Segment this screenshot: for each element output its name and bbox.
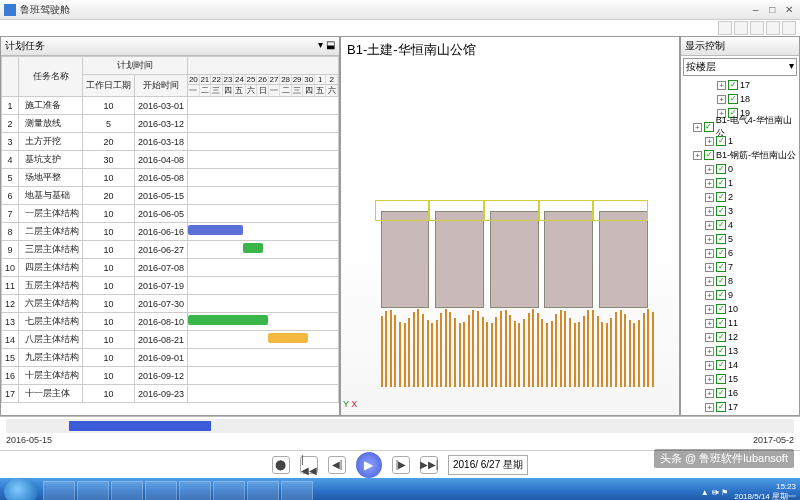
time-scrubber[interactable]: [6, 419, 794, 433]
start-button[interactable]: [4, 478, 38, 500]
task-item[interactable]: [145, 481, 177, 500]
timeline-start: 2016-05-15: [6, 435, 52, 445]
tool-icon[interactable]: [782, 21, 796, 35]
tool-icon[interactable]: [750, 21, 764, 35]
tree-node[interactable]: +✓14: [683, 358, 799, 372]
task-item[interactable]: [213, 481, 245, 500]
tool-icon[interactable]: [766, 21, 780, 35]
viewport-panel: B1-土建-华恒南山公馆 Y X: [340, 36, 680, 416]
close-button[interactable]: ✕: [782, 4, 796, 16]
table-row[interactable]: 9三层主体结构102016-06-27: [2, 241, 339, 259]
table-row[interactable]: 17十一层主体102016-09-23: [2, 385, 339, 403]
tool-icon[interactable]: [734, 21, 748, 35]
table-row[interactable]: 8二层主体结构102016-06-16: [2, 223, 339, 241]
tree-node[interactable]: +✓13: [683, 344, 799, 358]
tree-node[interactable]: +✓9: [683, 288, 799, 302]
tree-node[interactable]: +✓B1-电气4-华恒南山公: [683, 120, 799, 134]
maximize-button[interactable]: □: [765, 4, 779, 16]
table-row[interactable]: 12六层主体结构102016-07-30: [2, 295, 339, 313]
col-name[interactable]: 任务名称: [19, 57, 83, 97]
visibility-panel: 显示控制 按楼层▾ +✓17+✓18+✓19+✓B1-电气4-华恒南山公+✓1+…: [680, 36, 800, 416]
col-days[interactable]: 工作日工期: [83, 75, 135, 97]
tree-node[interactable]: +✓16: [683, 386, 799, 400]
floor-combo[interactable]: 按楼层▾: [683, 58, 797, 76]
next-button[interactable]: ▶▶|: [420, 456, 438, 474]
tree-node[interactable]: +✓2: [683, 190, 799, 204]
table-row[interactable]: 3土方开挖202016-03-18: [2, 133, 339, 151]
visibility-title: 显示控制: [685, 39, 725, 53]
tree-node[interactable]: +✓7: [683, 260, 799, 274]
tree-node[interactable]: +✓11: [683, 316, 799, 330]
table-row[interactable]: 5场地平整102016-05-08: [2, 169, 339, 187]
table-row[interactable]: 4基坑支护302016-04-08: [2, 151, 339, 169]
table-row[interactable]: 16十层主体结构102016-09-12: [2, 367, 339, 385]
table-row[interactable]: 1施工准备102016-03-01: [2, 97, 339, 115]
step-fwd-button[interactable]: |▶: [392, 456, 410, 474]
tasks-table[interactable]: 任务名称计划时间 工作日工期开始时间2021222324252627282930…: [1, 56, 339, 415]
table-row[interactable]: 6地基与基础202016-05-15: [2, 187, 339, 205]
task-item[interactable]: [77, 481, 109, 500]
tree-node[interactable]: +✓12: [683, 330, 799, 344]
tree-node[interactable]: +✓6: [683, 246, 799, 260]
tree-node[interactable]: +✓B1-钢筋-华恒南山公: [683, 148, 799, 162]
system-tray[interactable]: ▲ 🕪 ⚑15:232018/5/14 星期一: [701, 482, 800, 500]
chevron-down-icon: ▾: [789, 60, 794, 74]
tasks-panel: 计划任务▾ ⬓ 任务名称计划时间 工作日工期开始时间20212223242526…: [0, 36, 340, 416]
timeline-end: 2017-05-2: [753, 435, 794, 445]
play-button[interactable]: ▶: [356, 452, 382, 478]
tasks-title: 计划任务: [5, 39, 45, 53]
col-group: 计划时间: [83, 57, 188, 75]
table-row[interactable]: 7一层主体结构102016-06-05: [2, 205, 339, 223]
tree-node[interactable]: +✓10: [683, 302, 799, 316]
tree-node[interactable]: +✓8: [683, 274, 799, 288]
tree-node[interactable]: +✓17: [683, 400, 799, 414]
tree-node[interactable]: +✓5: [683, 232, 799, 246]
tree-node[interactable]: +✓18: [683, 414, 799, 415]
table-row[interactable]: 14八层主体结构102016-08-21: [2, 331, 339, 349]
app-icon: [4, 4, 16, 16]
tree-node[interactable]: +✓15: [683, 372, 799, 386]
task-item[interactable]: [43, 481, 75, 500]
watermark: 头条 @ 鲁班软件lubansoft: [654, 449, 794, 468]
table-row[interactable]: 15九层主体结构102016-09-01: [2, 349, 339, 367]
tree-node[interactable]: +✓3: [683, 204, 799, 218]
table-row[interactable]: 2测量放线52016-03-12: [2, 115, 339, 133]
3d-viewport[interactable]: Y X: [341, 63, 679, 415]
step-back-button[interactable]: ◀|: [328, 456, 346, 474]
taskbar[interactable]: ▲ 🕪 ⚑15:232018/5/14 星期一: [0, 478, 800, 500]
tree-node[interactable]: +✓1: [683, 176, 799, 190]
table-row[interactable]: 10四层主体结构102016-07-08: [2, 259, 339, 277]
minimize-button[interactable]: –: [748, 4, 762, 16]
toolbar: [0, 20, 800, 36]
model-title: B1-土建-华恒南山公馆: [341, 37, 679, 63]
task-item[interactable]: [247, 481, 279, 500]
current-date[interactable]: 2016/ 6/27 星期: [448, 455, 528, 475]
timeline: 2016-05-152017-05-2: [0, 416, 800, 450]
tool-icon[interactable]: [718, 21, 732, 35]
tree-node[interactable]: +✓17: [683, 78, 799, 92]
table-row[interactable]: 13七层主体结构102016-08-10: [2, 313, 339, 331]
collapse-icon[interactable]: ▾ ⬓: [318, 39, 335, 53]
table-row[interactable]: 11五层主体结构102016-07-19: [2, 277, 339, 295]
prev-button[interactable]: |◀◀: [300, 456, 318, 474]
floor-tree[interactable]: +✓17+✓18+✓19+✓B1-电气4-华恒南山公+✓1+✓B1-钢筋-华恒南…: [681, 78, 799, 415]
window-title: 鲁班驾驶舱: [20, 3, 748, 17]
col-start[interactable]: 开始时间: [135, 75, 188, 97]
axis-gizmo: Y X: [343, 399, 357, 409]
tree-node[interactable]: +✓18: [683, 92, 799, 106]
tree-node[interactable]: +✓4: [683, 218, 799, 232]
titlebar: 鲁班驾驶舱 – □ ✕: [0, 0, 800, 20]
record-button[interactable]: ⬤: [272, 456, 290, 474]
task-item[interactable]: [111, 481, 143, 500]
tree-node[interactable]: +✓0: [683, 162, 799, 176]
task-item[interactable]: [179, 481, 211, 500]
task-item[interactable]: [281, 481, 313, 500]
